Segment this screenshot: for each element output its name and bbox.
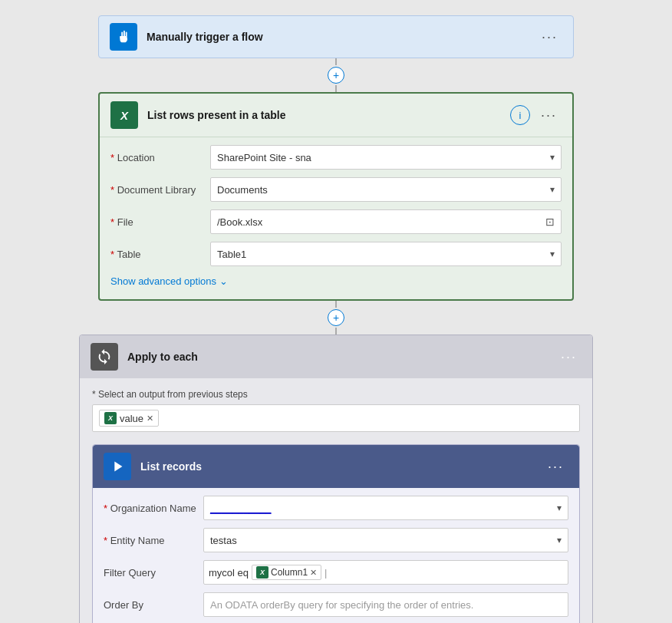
list-records-title: List records xyxy=(140,460,543,473)
org-name-label: * Organization Name xyxy=(104,503,203,514)
entity-name-dropdown[interactable]: testas ▾ xyxy=(203,528,568,552)
location-dropdown-arrow: ▾ xyxy=(550,152,555,163)
table-field-row: * Table Table1 ▾ xyxy=(110,242,562,266)
table-label: * Table xyxy=(110,249,210,260)
list-records-header: List records ··· xyxy=(93,445,579,488)
order-by-label: Order By xyxy=(104,599,203,611)
filter-chip-excel-icon: X xyxy=(256,566,268,578)
list-records-block: List records ··· * Organization Name ___… xyxy=(92,444,580,623)
chip-close-button[interactable]: ✕ xyxy=(147,414,153,424)
select-output-label: * Select an output from previous steps xyxy=(92,389,580,400)
connector-line-1 xyxy=(335,58,337,65)
connector-1: + xyxy=(328,58,344,92)
org-name-field-row: * Organization Name ___________ ▾ xyxy=(104,496,568,520)
document-library-dropdown[interactable]: Documents ▾ xyxy=(210,177,562,202)
loop-icon xyxy=(96,348,113,365)
filter-chip-close-button[interactable]: ✕ xyxy=(310,568,317,578)
apply-each-icon xyxy=(91,343,118,371)
svg-rect-0 xyxy=(120,36,121,39)
filter-query-input[interactable]: mycol eq X Column1 ✕ | xyxy=(203,560,568,585)
dynamics-icon xyxy=(104,453,131,480)
file-browse-icon: ⊡ xyxy=(545,216,555,228)
document-library-field-row: * Document Library Documents ▾ xyxy=(110,177,562,202)
apply-each-body: * Select an output from previous steps X… xyxy=(80,378,592,623)
excel-block-title: List rows present in a table xyxy=(147,109,510,121)
trigger-title: Manually trigger a flow xyxy=(147,31,537,43)
show-advanced-options-button[interactable]: Show advanced options ⌄ xyxy=(110,274,228,288)
filter-query-label: Filter Query xyxy=(104,567,203,578)
apply-each-title: Apply to each xyxy=(127,351,556,363)
entity-name-dropdown-arrow: ▾ xyxy=(557,535,562,546)
entity-name-label: * Entity Name xyxy=(104,535,203,546)
list-records-body: * Organization Name ___________ ▾ * Enti… xyxy=(93,488,579,623)
location-dropdown[interactable]: SharePoint Site - sna ▾ xyxy=(210,145,562,170)
add-step-button-2[interactable]: + xyxy=(328,309,344,326)
play-icon xyxy=(109,458,126,475)
location-label: * Location xyxy=(110,152,210,163)
excel-block-body: * Location SharePoint Site - sna ▾ * Doc… xyxy=(100,137,572,299)
connector-2: + xyxy=(328,301,344,335)
value-chip: X value ✕ xyxy=(99,410,159,427)
file-input[interactable]: /Book.xlsx ⊡ xyxy=(210,209,562,234)
excel-icon: X xyxy=(110,101,138,129)
excel-info-button[interactable]: i xyxy=(510,105,530,125)
hand-icon xyxy=(115,28,132,45)
add-step-button-1[interactable]: + xyxy=(328,67,344,84)
excel-block-header: X List rows present in a table i ··· xyxy=(100,94,572,137)
connector-line-2b xyxy=(335,328,337,335)
chevron-down-icon: ⌄ xyxy=(219,275,228,287)
order-by-input[interactable]: An ODATA orderBy query for specifying th… xyxy=(203,592,568,617)
column1-chip: X Column1 ✕ xyxy=(252,565,321,580)
trigger-block: Manually trigger a flow ··· xyxy=(98,15,574,58)
flow-container: Manually trigger a flow ··· + X List row… xyxy=(0,0,672,623)
filter-query-field-row: Filter Query mycol eq X Column1 ✕ | xyxy=(104,560,568,585)
connector-line-1b xyxy=(335,85,337,92)
table-dropdown[interactable]: Table1 ▾ xyxy=(210,242,562,266)
document-library-arrow: ▾ xyxy=(550,184,555,195)
org-name-dropdown[interactable]: ___________ ▾ xyxy=(203,496,568,520)
trigger-options-button[interactable]: ··· xyxy=(537,26,562,48)
list-records-options-button[interactable]: ··· xyxy=(543,456,568,478)
output-box[interactable]: X value ✕ xyxy=(92,404,580,432)
entity-name-field-row: * Entity Name testas ▾ xyxy=(104,528,568,552)
file-label: * File xyxy=(110,216,210,228)
excel-block: X List rows present in a table i ··· * L… xyxy=(98,92,574,301)
location-field-row: * Location SharePoint Site - sna ▾ xyxy=(110,145,562,170)
apply-each-options-button[interactable]: ··· xyxy=(556,346,581,368)
apply-each-block: Apply to each ··· * Select an output fro… xyxy=(79,335,593,623)
org-name-dropdown-arrow: ▾ xyxy=(557,503,562,513)
trigger-icon xyxy=(110,23,137,51)
file-field-row: * File /Book.xlsx ⊡ xyxy=(110,209,562,234)
table-dropdown-arrow: ▾ xyxy=(550,249,555,259)
chip-excel-icon: X xyxy=(104,412,117,424)
apply-each-header: Apply to each ··· xyxy=(80,335,592,378)
order-by-field-row: Order By An ODATA orderBy query for spec… xyxy=(104,592,568,617)
document-library-label: * Document Library xyxy=(110,184,210,196)
connector-line-2 xyxy=(335,301,337,308)
excel-options-button[interactable]: ··· xyxy=(536,104,562,127)
